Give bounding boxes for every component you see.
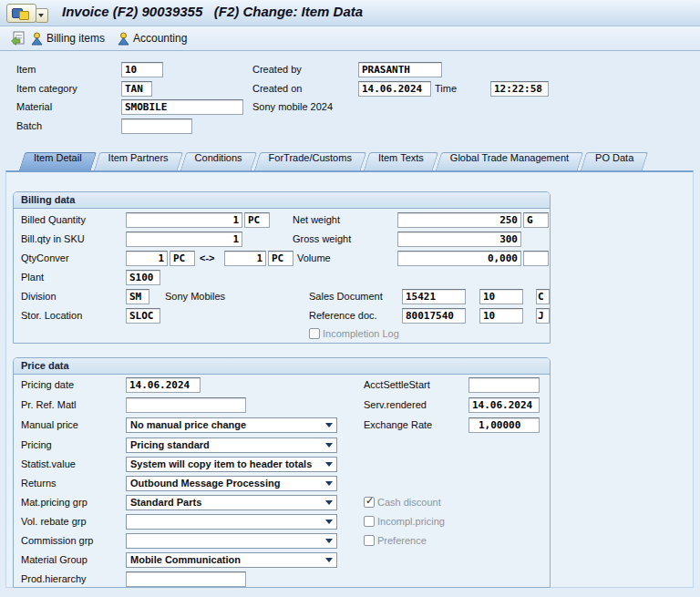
tab-item-partners[interactable]: Item Partners: [97, 152, 180, 170]
plant-label: Plant: [21, 270, 44, 285]
created-by-field[interactable]: [358, 62, 442, 77]
qty-conver-arrow: <->: [200, 251, 215, 266]
reference-doc-field[interactable]: [402, 308, 466, 324]
acct-settle-start-field[interactable]: [468, 377, 540, 393]
created-on-label: Created on: [252, 81, 302, 97]
commission-grp-select[interactable]: [126, 533, 337, 549]
sales-document-field[interactable]: [402, 289, 466, 304]
document-flow-icon: [10, 31, 26, 46]
incompletion-log-label: Incompletion Log: [323, 326, 399, 342]
volume-unit-field[interactable]: [523, 251, 549, 266]
time-label: Time: [435, 81, 457, 97]
billing-data-title: Billing data: [14, 192, 550, 209]
pr-ref-matl-label: Pr. Ref. Matl: [21, 397, 77, 413]
volume-field[interactable]: [397, 251, 521, 266]
serv-rendered-label: Serv.rendered: [364, 397, 427, 413]
division-label: Division: [21, 289, 57, 304]
net-weight-unit-field[interactable]: [523, 212, 549, 228]
bill-qty-sku-field[interactable]: [126, 232, 242, 247]
billing-data-groupbox: Billing data Billed Quantity Net weight …: [13, 191, 551, 344]
returns-label: Returns: [21, 476, 57, 491]
tab-po-data[interactable]: PO Data: [583, 152, 645, 170]
tab-global-trade-management[interactable]: Global Trade Management: [438, 152, 581, 170]
chevron-down-icon: [325, 423, 333, 427]
tab-strip: Item Detail Item Partners Conditions For…: [22, 152, 648, 170]
services-for-object-icon-overlay: [19, 11, 29, 20]
vol-rebate-grp-label: Vol. rebate grp: [21, 514, 87, 530]
billed-quantity-label: Billed Quantity: [21, 212, 86, 228]
reference-doc-item-field[interactable]: [479, 308, 523, 324]
reference-doc-code-field[interactable]: [536, 308, 550, 324]
bill-qty-sku-label: Bill.qty in SKU: [21, 232, 85, 247]
returns-select[interactable]: Outbound Message Processing: [126, 476, 337, 491]
division-description: Sony Mobiles: [165, 289, 225, 304]
services-dropdown-button[interactable]: [36, 8, 48, 23]
vol-rebate-grp-select[interactable]: [126, 514, 337, 530]
chevron-down-icon: [325, 500, 333, 505]
pricing-select[interactable]: Pricing standard: [126, 437, 337, 453]
net-weight-field[interactable]: [397, 212, 521, 228]
prod-hierarchy-field[interactable]: [126, 571, 246, 587]
chevron-down-icon: [325, 558, 333, 562]
qty-conver-label: QtyConver: [21, 251, 69, 266]
statist-value-select[interactable]: System will copy item to header totals: [126, 457, 337, 472]
pricing-date-field[interactable]: [126, 377, 201, 393]
pr-ref-matl-field[interactable]: [126, 397, 246, 413]
qty-conver-unit2-field[interactable]: [268, 251, 293, 266]
qty-conver-value2-field[interactable]: [224, 251, 266, 266]
mat-pricing-grp-select[interactable]: Standard Parts: [126, 495, 337, 510]
dropdown-arrow-icon: [38, 14, 44, 17]
material-field[interactable]: [121, 99, 243, 115]
acct-settle-start-label: AcctSettleStart: [364, 377, 430, 393]
stor-location-label: Stor. Location: [21, 308, 82, 324]
sales-document-code-field[interactable]: [536, 289, 550, 304]
document-flow-button[interactable]: [10, 30, 26, 46]
billing-items-label: Billing items: [46, 32, 105, 45]
accounting-button[interactable]: Accounting: [117, 30, 187, 46]
manual-price-select[interactable]: No manual price change: [126, 417, 337, 433]
gross-weight-field[interactable]: [397, 232, 521, 247]
sales-document-item-field[interactable]: [479, 289, 523, 304]
item-category-field[interactable]: [121, 81, 152, 97]
accounting-label: Accounting: [133, 32, 187, 45]
tab-item-detail[interactable]: Item Detail: [22, 152, 94, 170]
mat-pricing-grp-label: Mat.pricing grp: [21, 495, 88, 510]
material-description: Sony mobile 2024: [252, 99, 333, 115]
time-field[interactable]: [490, 81, 549, 97]
preference-label: Preference: [377, 533, 427, 549]
qty-conver-value1-field[interactable]: [126, 251, 168, 266]
tab-fortrade-customs[interactable]: ForTrade/Customs: [257, 152, 364, 170]
qty-conver-unit1-field[interactable]: [170, 251, 195, 266]
item-category-label: Item category: [16, 81, 77, 97]
division-field[interactable]: [126, 289, 149, 304]
billed-quantity-unit-field[interactable]: [244, 212, 270, 228]
price-data-groupbox: Price data Pricing date AcctSettleStart …: [13, 357, 551, 588]
chevron-down-icon: [325, 443, 333, 448]
commission-grp-label: Commission grp: [21, 533, 93, 549]
person-icon: [117, 32, 130, 46]
created-on-field[interactable]: [358, 81, 431, 97]
manual-price-label: Manual price: [21, 417, 78, 433]
batch-field[interactable]: [121, 118, 192, 134]
incompl-pricing-checkbox[interactable]: [364, 516, 375, 527]
tab-conditions[interactable]: Conditions: [183, 152, 254, 170]
plant-field[interactable]: [126, 270, 160, 285]
preference-checkbox[interactable]: [364, 535, 375, 546]
serv-rendered-field[interactable]: [468, 397, 540, 413]
stor-location-field[interactable]: [126, 308, 160, 324]
material-label: Material: [16, 99, 52, 115]
tab-item-texts[interactable]: Item Texts: [366, 152, 436, 170]
chevron-down-icon: [325, 539, 333, 543]
application-toolbar: Billing items Accounting: [0, 26, 700, 51]
cash-discount-checkbox[interactable]: [364, 497, 375, 508]
billing-items-button[interactable]: Billing items: [30, 30, 105, 46]
material-group-select[interactable]: Mobile Communication: [126, 552, 337, 568]
incompletion-log-checkbox[interactable]: [309, 328, 320, 339]
services-for-object-button[interactable]: [6, 4, 36, 23]
window-title: Invoice (F2) 90039355 (F2) Change: Item …: [62, 4, 363, 19]
billed-quantity-field[interactable]: [126, 212, 242, 228]
exchange-rate-field[interactable]: [468, 417, 540, 433]
net-weight-label: Net weight: [293, 212, 340, 228]
created-by-label: Created by: [252, 62, 302, 77]
item-field[interactable]: [121, 62, 163, 77]
